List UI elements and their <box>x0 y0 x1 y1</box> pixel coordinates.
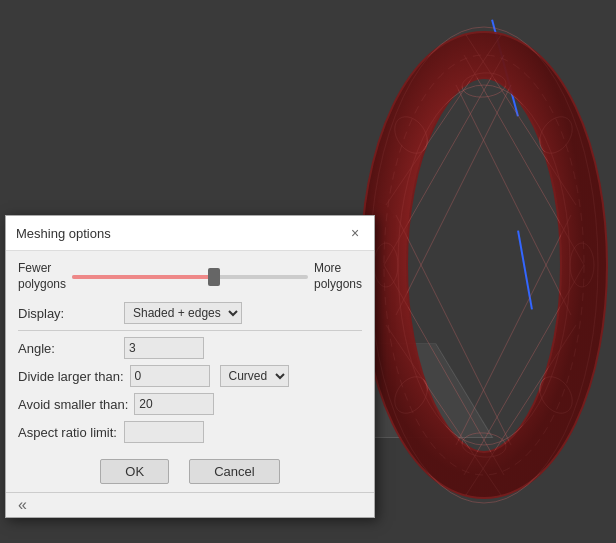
cancel-button[interactable]: Cancel <box>189 459 279 484</box>
collapse-icon[interactable]: « <box>18 497 27 513</box>
svg-point-24 <box>384 55 584 475</box>
meshing-options-dialog: Meshing options × Fewerpolygons Morepoly… <box>5 215 375 518</box>
dialog-title: Meshing options <box>16 226 111 241</box>
torus-mesh <box>356 5 611 525</box>
curved-select[interactable]: Curved Flat <box>220 365 289 387</box>
avoid-label: Avoid smaller than: <box>18 397 128 412</box>
angle-input[interactable] <box>124 337 204 359</box>
divide-row: Divide larger than: Curved Flat <box>18 365 362 387</box>
aspect-row: Aspect ratio limit: <box>18 421 362 443</box>
divide-input[interactable] <box>130 365 210 387</box>
close-button[interactable]: × <box>346 224 364 242</box>
display-select[interactable]: Shaded + edges Shaded Wireframe <box>124 302 242 324</box>
polygon-slider[interactable] <box>72 275 308 279</box>
angle-label: Angle: <box>18 341 118 356</box>
more-polygons-label: Morepolygons <box>314 261 362 292</box>
bottom-bar: « <box>6 492 374 517</box>
avoid-row: Avoid smaller than: <box>18 393 362 415</box>
avoid-input[interactable] <box>134 393 214 415</box>
display-row: Display: Shaded + edges Shaded Wireframe <box>18 302 362 324</box>
dialog-title-bar: Meshing options × <box>6 216 374 251</box>
aspect-label: Aspect ratio limit: <box>18 425 118 440</box>
slider-fill <box>72 275 214 279</box>
slider-thumb[interactable] <box>208 268 220 286</box>
fewer-polygons-label: Fewerpolygons <box>18 261 66 292</box>
button-row: OK Cancel <box>18 453 362 484</box>
dialog-body: Fewerpolygons Morepolygons Display: Shad… <box>6 251 374 492</box>
aspect-input[interactable] <box>124 421 204 443</box>
ok-button[interactable]: OK <box>100 459 169 484</box>
angle-row: Angle: <box>18 337 362 359</box>
polygon-slider-row: Fewerpolygons Morepolygons <box>18 261 362 292</box>
divider-1 <box>18 330 362 331</box>
display-label: Display: <box>18 306 118 321</box>
divide-label: Divide larger than: <box>18 369 124 384</box>
